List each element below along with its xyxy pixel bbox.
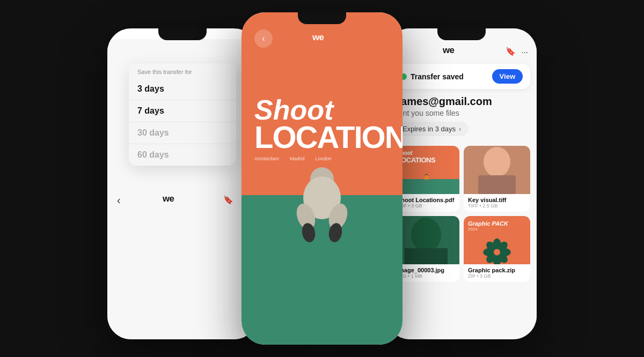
svg-point-26 <box>484 147 510 177</box>
right-file-meta-graphic: ZIP • 3 GB <box>468 273 526 279</box>
svg-text:we: we <box>443 46 454 55</box>
phone-left: ‹ we 🔖 ··· Save this transfer for 3 days… <box>107 28 258 339</box>
svg-rect-27 <box>478 175 516 194</box>
shoot-title-italic: Shoot <box>254 98 390 123</box>
we-logo-left: we <box>163 193 182 207</box>
expires-pill[interactable]: Expires in 3 days › <box>395 122 469 136</box>
phone-center: ‹ we Shoot LOCATIONS Amsterdam Madrid <box>241 12 402 345</box>
phone-right: ‹ we 🔖 ··· Transfer saved View <box>386 28 537 339</box>
right-file-meta-shoot: PDF • 3 GB <box>397 203 455 209</box>
right-file-name-visual: Key visual.tiff <box>468 197 526 203</box>
svg-point-29 <box>411 218 441 252</box>
center-header: ‹ we <box>254 29 390 48</box>
notch-center <box>298 12 346 24</box>
sender-info: James@gmail.com sent you some files Expi… <box>386 93 537 142</box>
dropdown-title: Save this transfer for <box>129 63 236 78</box>
center-bottom-section <box>241 195 402 345</box>
svg-point-39 <box>494 249 500 256</box>
sender-email: James@gmail.com <box>395 95 528 108</box>
right-file-name-graphic: Graphic pack.zip <box>468 267 526 273</box>
right-file-shoot[interactable]: Shoot LOCATIONS 🧍 Shoot Locations.pdf PD… <box>393 146 459 212</box>
expires-row[interactable]: Expires in 3 days › <box>395 122 528 136</box>
phones-container: ‹ we 🔖 ··· Save this transfer for 3 days… <box>0 0 644 357</box>
dropdown-3days[interactable]: 3 days <box>129 78 236 100</box>
bookmark-icon-right[interactable]: 🔖 <box>506 47 516 56</box>
file-grid-right: Shoot LOCATIONS 🧍 Shoot Locations.pdf PD… <box>386 142 537 286</box>
more-icon-right[interactable]: ··· <box>521 47 528 56</box>
right-file-meta-image: JPG • 1 MB <box>397 273 455 279</box>
we-logo-center: we <box>312 32 332 46</box>
right-file-meta-visual: TIFF • 2.5 GB <box>468 203 526 209</box>
view-button[interactable]: View <box>492 69 523 84</box>
dropdown-60days[interactable]: 60 days <box>129 144 236 166</box>
bookmark-icon-left[interactable]: 🔖 <box>223 195 233 205</box>
city-amsterdam: Amsterdam <box>254 156 279 161</box>
right-file-graphic[interactable]: Graphic PACK 2024 <box>464 216 530 282</box>
right-file-name-shoot: Shoot Locations.pdf <box>397 197 455 203</box>
dropdown-30days[interactable]: 30 days <box>129 122 236 144</box>
right-file-visual[interactable]: Key visual.tiff TIFF • 2.5 GB <box>464 146 530 212</box>
svg-rect-30 <box>405 248 448 264</box>
expires-arrow-icon: › <box>459 125 461 133</box>
back-button-center[interactable]: ‹ <box>254 29 273 48</box>
we-logo-right: we <box>443 44 462 58</box>
sender-subtitle: sent you some files <box>395 109 528 117</box>
right-file-name-image: image_00003.jpg <box>397 267 455 273</box>
dropdown-7days[interactable]: 7 days <box>129 100 236 122</box>
transfer-left: Transfer saved <box>400 72 464 81</box>
notch-right <box>437 28 486 40</box>
svg-text:we: we <box>312 33 324 42</box>
expires-text: Expires in 3 days <box>402 125 456 133</box>
svg-text:we: we <box>163 194 174 204</box>
right-file-image[interactable]: image_00003.jpg JPG • 1 MB <box>393 216 459 282</box>
save-duration-dropdown[interactable]: Save this transfer for 3 days 7 days 30 … <box>129 63 236 166</box>
notch-left <box>158 28 207 40</box>
transfer-saved-text: Transfer saved <box>411 72 464 81</box>
back-button-left[interactable]: ‹ <box>117 194 121 206</box>
transfer-saved-banner: Transfer saved View <box>393 64 530 89</box>
